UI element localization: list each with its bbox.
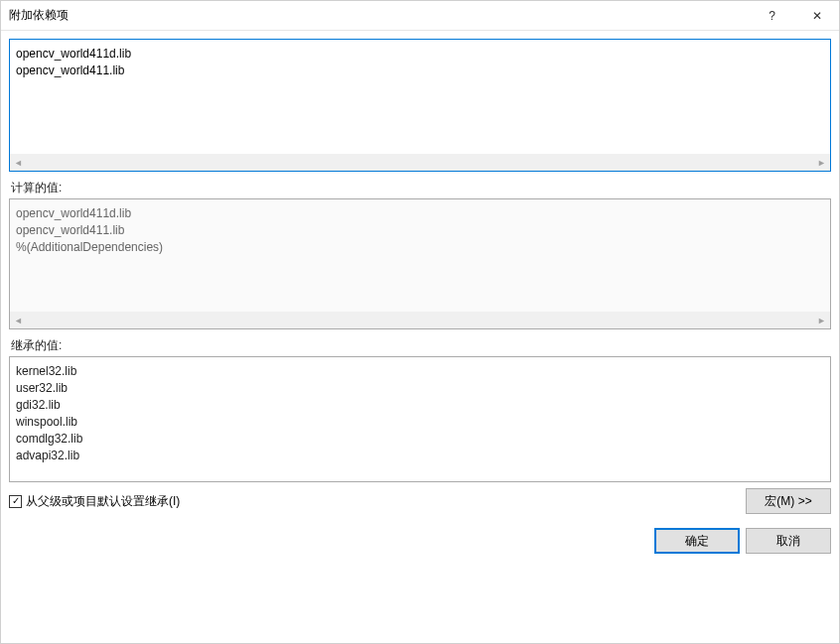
inherit-checkbox-label: 从父级或项目默认设置继承(I): [26, 493, 180, 510]
inherited-label: 继承的值:: [11, 337, 831, 354]
help-button[interactable]: ?: [750, 1, 794, 31]
inherited-values-display[interactable]: [10, 357, 830, 481]
scroll-left-icon: ◄: [10, 154, 27, 171]
scroll-right-icon: ►: [813, 312, 830, 328]
close-icon: ✕: [812, 9, 822, 23]
hscroll[interactable]: ◄ ►: [10, 154, 830, 171]
inherited-group: 继承的值:: [9, 337, 831, 482]
computed-textbox-wrap: ◄ ►: [9, 198, 831, 329]
help-icon: ?: [769, 9, 775, 23]
editable-group: ◄ ►: [9, 39, 831, 172]
title-bar: 附加依赖项 ? ✕: [1, 1, 839, 31]
computed-label: 计算的值:: [11, 180, 831, 196]
ok-button[interactable]: 确定: [654, 528, 740, 554]
macros-button[interactable]: 宏(M) >>: [746, 488, 831, 514]
window-title: 附加依赖项: [9, 7, 750, 24]
cancel-button[interactable]: 取消: [746, 528, 831, 554]
computed-values-display[interactable]: [10, 199, 830, 312]
additional-dependencies-input[interactable]: [10, 40, 830, 154]
computed-group: 计算的值: ◄ ►: [9, 180, 831, 329]
inherited-textbox-wrap: [9, 356, 831, 482]
options-row: ✓ 从父级或项目默认设置继承(I) 宏(M) >>: [1, 482, 839, 514]
inherit-checkbox-wrap[interactable]: ✓ 从父级或项目默认设置继承(I): [9, 493, 180, 510]
inherit-checkbox[interactable]: ✓: [9, 495, 22, 508]
close-button[interactable]: ✕: [794, 1, 839, 31]
hscroll[interactable]: ◄ ►: [10, 312, 830, 328]
check-icon: ✓: [12, 496, 20, 506]
scroll-right-icon: ►: [813, 154, 830, 171]
editable-textbox-wrap: ◄ ►: [9, 39, 831, 172]
dialog-buttons-row: 确定 取消: [1, 514, 839, 562]
scroll-left-icon: ◄: [10, 312, 27, 328]
